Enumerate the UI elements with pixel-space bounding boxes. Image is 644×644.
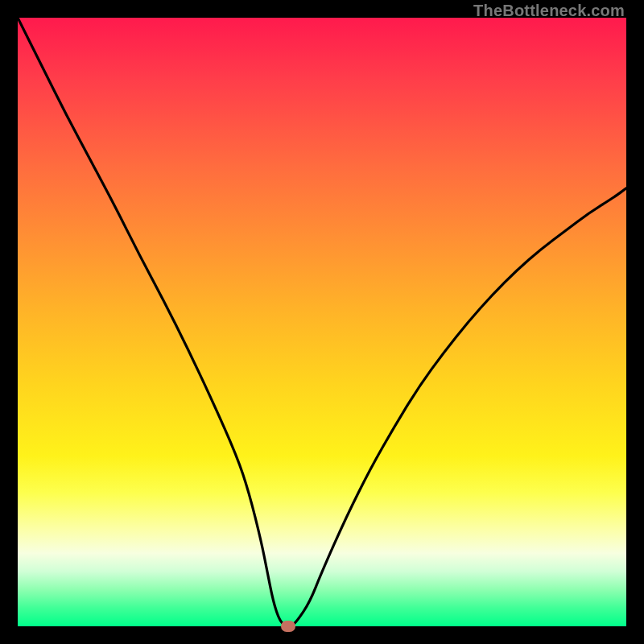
plot-area (18, 18, 626, 626)
curve-layer (18, 18, 626, 626)
bottleneck-curve (18, 18, 626, 626)
current-point-marker (281, 621, 295, 632)
chart-frame: TheBottleneck.com (0, 0, 644, 644)
